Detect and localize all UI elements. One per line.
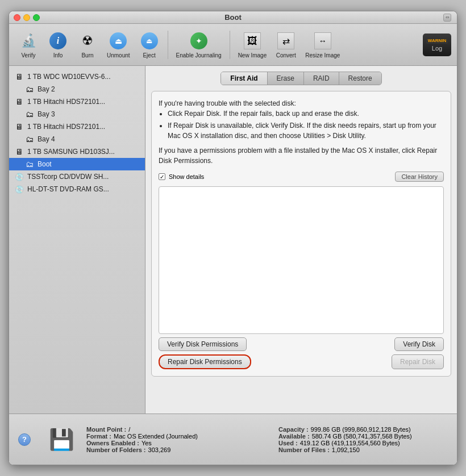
sidebar-label-boot: Boot — [38, 160, 52, 168]
info-toolbar-item[interactable]: i Info — [44, 28, 72, 61]
capacity-value: 999.86 GB (999,860,912,128 Bytes) — [311, 426, 411, 433]
tab-group: First Aid Erase RAID Restore — [220, 72, 381, 85]
sidebar-item-bay2[interactable]: 🗂 Bay 2 — [9, 83, 145, 95]
sidebar-label-hitachi2: 1 TB Hitachi HDS72101... — [27, 123, 105, 131]
used-value: 419.12 GB (419,119,554,560 Bytes) — [300, 440, 400, 446]
help-text: If you're having trouble with the select… — [159, 98, 444, 166]
details-row: ✓ Show details Clear History — [159, 172, 444, 182]
disk-icon-boot: 🗂 — [25, 160, 34, 169]
unmount-label: Unmount — [107, 52, 130, 59]
sidebar-item-hitachi1[interactable]: 🖥 1 TB Hitachi HDS72101... — [9, 95, 145, 108]
info-label: Info — [53, 52, 63, 59]
disk-icon-hitachi2: 🖥 — [15, 122, 24, 131]
sidebar-label-tsstcorp: TSSTcorp CD/DVDW SH... — [27, 173, 109, 181]
new-image-icon: 🖼 — [242, 31, 263, 51]
sidebar-item-hldt[interactable]: 💿 HL-DT-ST DVD-RAM GS... — [9, 183, 145, 195]
convert-icon: ⇄ — [276, 31, 296, 51]
first-aid-content: If you're having trouble with the select… — [151, 91, 451, 377]
sidebar-label-bay4: Bay 4 — [38, 135, 55, 143]
format-label: Format : — [86, 433, 111, 440]
repair-disk-permissions-button[interactable]: Repair Disk Permissions — [159, 354, 251, 369]
cd-icon-hldt: 💿 — [15, 185, 24, 194]
sidebar-item-samsung[interactable]: 🖥 1 TB SAMSUNG HD103SJ... — [9, 145, 145, 158]
right-panel: First Aid Erase RAID Restore If you'r — [145, 66, 457, 414]
folders-value: 303,269 — [148, 446, 171, 453]
close-button[interactable] — [14, 14, 20, 21]
folders-label: Number of Folders : — [86, 446, 146, 453]
tab-erase-label: Erase — [277, 74, 294, 82]
status-files-row: Number of Files : 1,092,150 — [278, 446, 448, 453]
log-area[interactable] — [159, 186, 444, 334]
resize-image-toolbar-item[interactable]: ↔ Resize Image — [302, 28, 343, 61]
maximize-button[interactable] — [33, 14, 40, 21]
owners-label: Owners Enabled : — [86, 440, 139, 446]
tab-restore[interactable]: Restore — [339, 72, 381, 85]
sidebar-label-bay2: Bay 2 — [38, 85, 55, 93]
log-warning: WARNIN — [426, 37, 448, 44]
eject-label: Eject — [143, 52, 155, 59]
show-details-checkbox[interactable]: ✓ — [159, 173, 165, 180]
tab-first-aid[interactable]: First Aid — [221, 72, 267, 85]
sidebar-item-tsstcorp[interactable]: 💿 TSSTcorp CD/DVDW SH... — [9, 170, 145, 183]
burn-toolbar-item[interactable]: ☢ Burn — [74, 28, 101, 61]
verify-toolbar-item[interactable]: 🔬 Verify — [15, 28, 42, 61]
disk-icon-bay4: 🗂 — [25, 135, 34, 144]
verify-disk-button[interactable]: Verify Disk — [394, 337, 444, 351]
disk-icon-hitachi1: 🖥 — [15, 97, 24, 106]
cd-icon-tsstcorp: 💿 — [15, 172, 24, 181]
disk-icon-bay3: 🗂 — [25, 110, 34, 119]
convert-label: Convert — [276, 52, 296, 59]
tab-bar: First Aid Erase RAID Restore — [151, 72, 451, 85]
unmount-toolbar-item[interactable]: ⏏ Unmount — [103, 28, 134, 61]
log-button[interactable]: WARNIN Log — [423, 34, 451, 56]
help-text-intro: If you're having trouble with the select… — [159, 99, 296, 107]
status-info-left: Mount Point : / Format : Mac OS Extended… — [86, 426, 256, 453]
help-bullet-2: If Repair Disk is unavailable, click Ver… — [168, 120, 444, 141]
mount-point-label: Mount Point : — [86, 426, 126, 433]
help-text-footer: If you have a permissions problem with a… — [159, 145, 444, 166]
tab-raid[interactable]: RAID — [304, 72, 339, 85]
main-content: 🖥 1 TB WDC WD10EVVS-6... 🗂 Bay 2 🖥 1 TB … — [9, 66, 457, 414]
status-info-right: Capacity : 999.86 GB (999,860,912,128 By… — [278, 426, 448, 453]
repair-disk-button[interactable]: Repair Disk — [392, 354, 444, 369]
verify-label: Verify — [21, 52, 35, 59]
details-left: ✓ Show details — [159, 173, 204, 180]
traffic-lights — [14, 14, 40, 21]
help-button[interactable]: ? — [18, 433, 31, 446]
sidebar-label-samsung: 1 TB SAMSUNG HD103SJ... — [27, 148, 115, 156]
status-disk-icon: 💾 — [48, 426, 75, 453]
main-window: Boot ⇔ 🔬 Verify i Info ☢ Burn ⏏ Unmount — [9, 11, 457, 465]
owners-value: Yes — [142, 440, 152, 446]
sidebar-item-hitachi2[interactable]: 🖥 1 TB Hitachi HDS72101... — [9, 120, 145, 133]
status-available-row: Available : 580.74 GB (580,741,357,568 B… — [278, 433, 448, 440]
available-label: Available : — [278, 433, 310, 440]
sidebar-item-bay4[interactable]: 🗂 Bay 4 — [9, 133, 145, 145]
tab-raid-label: RAID — [313, 74, 330, 82]
sidebar-label-wdc: 1 TB WDC WD10EVVS-6... — [27, 73, 110, 81]
verify-disk-permissions-button[interactable]: Verify Disk Permissions — [159, 337, 247, 351]
sidebar-item-wdc[interactable]: 🖥 1 TB WDC WD10EVVS-6... — [9, 70, 145, 83]
status-info: Mount Point : / Format : Mac OS Extended… — [86, 426, 448, 453]
enable-journaling-label: Enable Journaling — [176, 52, 222, 59]
status-format-row: Format : Mac OS Extended (Journaled) — [86, 433, 256, 440]
sidebar-label-bay3: Bay 3 — [38, 110, 55, 118]
action-row-1: Verify Disk Permissions Verify Disk — [159, 337, 444, 351]
sidebar-item-bay3[interactable]: 🗂 Bay 3 — [9, 108, 145, 120]
eject-icon: ⏏ — [139, 31, 160, 51]
disk-icon-wdc: 🖥 — [15, 72, 24, 81]
enable-journaling-toolbar-item[interactable]: ✦ Enable Journaling — [173, 28, 225, 61]
minimize-button[interactable] — [23, 14, 30, 21]
used-label: Used : — [278, 440, 298, 446]
log-label: Log — [432, 45, 442, 52]
convert-toolbar-item[interactable]: ⇄ Convert — [272, 28, 299, 61]
tab-first-aid-label: First Aid — [230, 74, 257, 82]
help-bullets: Click Repair Disk. If the repair fails, … — [159, 108, 444, 141]
burn-label: Burn — [81, 52, 93, 59]
new-image-toolbar-item[interactable]: 🖼 New Image — [235, 28, 271, 61]
eject-toolbar-item[interactable]: ⏏ Eject — [136, 28, 163, 61]
files-label: Number of Files : — [278, 446, 330, 453]
mount-point-value: / — [128, 426, 130, 433]
clear-history-button[interactable]: Clear History — [395, 172, 444, 182]
tab-erase[interactable]: Erase — [268, 72, 304, 85]
sidebar-item-boot[interactable]: 🗂 Boot — [9, 158, 145, 170]
